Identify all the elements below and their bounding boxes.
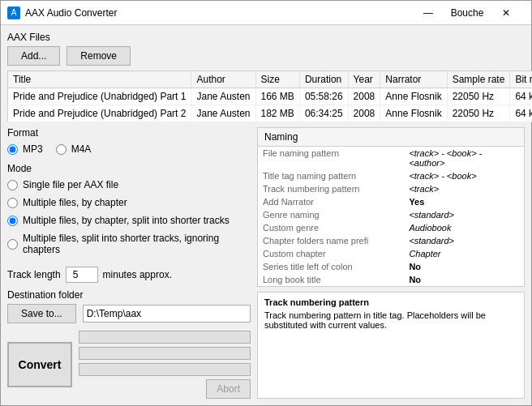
table-cell: Jane Austen: [191, 88, 255, 105]
abort-button[interactable]: Abort: [206, 379, 251, 399]
progress-bar-2: [79, 347, 251, 360]
format-m4a-radio[interactable]: [56, 144, 66, 155]
save-to-button[interactable]: Save to...: [7, 304, 76, 323]
mode-label-1: Multiple files, by chapter: [23, 197, 127, 208]
left-panel: Format MP3 M4A Mode: [7, 127, 251, 399]
naming-field-name: Series title left of colon: [258, 260, 404, 273]
naming-row: Long book titleNo: [258, 273, 524, 286]
table-cell: 05:58:26: [299, 88, 348, 105]
format-mp3-label: MP3: [23, 143, 43, 155]
table-cell: Anne Flosnik: [380, 105, 447, 122]
naming-row: Title tag naming pattern<track> - <book>: [258, 169, 524, 182]
mode-label-0: Single file per AAX file: [23, 179, 118, 190]
window-controls: — Bouche ✕: [410, 1, 525, 25]
progress-bar-3: [79, 363, 251, 376]
col-duration: Duration: [299, 71, 348, 88]
mode-split-ignore-chapters[interactable]: Multiple files, split into shorter track…: [7, 233, 251, 255]
naming-row: Custom genreAudiobook: [258, 221, 524, 234]
format-mp3-option[interactable]: MP3: [7, 143, 43, 155]
naming-field-name: Genre naming: [258, 208, 404, 221]
naming-field-name: File naming pattern: [258, 147, 404, 169]
naming-description: Track numbering pattern Track numbering …: [257, 292, 525, 399]
convert-button[interactable]: Convert: [7, 342, 72, 387]
mode-options: Single file per AAX file Multiple files,…: [7, 177, 251, 257]
aax-files-label: AAX Files: [7, 32, 525, 43]
naming-table: File naming pattern<track> - <book> - <a…: [258, 147, 524, 286]
col-narrator: Narrator: [380, 71, 447, 88]
naming-field-name: Chapter folders name prefi: [258, 234, 404, 247]
format-label: Format: [7, 127, 251, 139]
mode-section: Mode Single file per AAX file Multiple f…: [7, 163, 251, 257]
progress-bars: Abort: [79, 331, 251, 399]
mode-radio-1[interactable]: [7, 198, 18, 208]
track-length-suffix: minutes approx.: [103, 269, 172, 280]
table-cell: Anne Flosnik: [380, 88, 447, 105]
naming-field-name: Custom chapter: [258, 247, 404, 260]
window-title: AAX Audio Converter: [25, 7, 410, 19]
table-cell: 64 kb/s: [510, 88, 532, 105]
remove-button[interactable]: Remove: [66, 46, 131, 66]
mode-label-3: Multiple files, split into shorter track…: [23, 233, 251, 255]
col-title: Title: [8, 71, 191, 88]
destination-section: Destination folder Save to...: [7, 289, 251, 323]
naming-field-name: Add Narrator: [258, 195, 404, 208]
col-size: Size: [255, 71, 299, 88]
close-button[interactable]: ✕: [487, 1, 525, 25]
format-m4a-option[interactable]: M4A: [56, 143, 92, 155]
table-row[interactable]: Pride and Prejudice (Unabridged) Part 1J…: [8, 88, 533, 105]
right-panel: Naming File naming pattern<track> - <boo…: [257, 127, 525, 399]
naming-field-value: <standard>: [404, 234, 524, 247]
destination-row: Save to...: [7, 304, 251, 323]
mode-radio-2[interactable]: [7, 216, 18, 226]
mode-by-chapter-split[interactable]: Multiple files, by chapter, split into s…: [7, 215, 251, 226]
naming-desc-title: Track numbering pattern: [264, 297, 517, 307]
minimize-button[interactable]: —: [410, 1, 447, 25]
mode-radio-3[interactable]: [7, 239, 18, 250]
table-cell: Pride and Prejudice (Unabridged) Part 1: [8, 88, 191, 105]
main-window: A AAX Audio Converter — Bouche ✕ AAX Fil…: [0, 0, 532, 406]
col-year: Year: [348, 71, 380, 88]
format-mp3-radio[interactable]: [7, 144, 18, 155]
table-cell: 06:34:25: [299, 105, 348, 122]
progress-section: Convert Abort: [7, 331, 251, 399]
track-length-section: Track length minutes approx.: [7, 263, 251, 283]
table-cell: 166 MB: [255, 88, 299, 105]
naming-field-value: Yes: [404, 195, 524, 208]
track-length-row: Track length minutes approx.: [7, 267, 251, 283]
col-bit-rate: Bit rate: [510, 71, 532, 88]
table-cell: 22050 Hz: [447, 88, 510, 105]
main-content: AAX Files Add... Remove Title Author Siz…: [1, 25, 531, 405]
table-cell: 2008: [348, 88, 380, 105]
mode-label-2: Multiple files, by chapter, split into s…: [23, 215, 230, 226]
naming-field-value: No: [404, 273, 524, 286]
naming-row: Add NarratorYes: [258, 195, 524, 208]
bottom-section: Format MP3 M4A Mode: [7, 127, 525, 399]
restore-button[interactable]: Bouche: [448, 1, 486, 25]
naming-field-value: <track>: [404, 182, 524, 195]
col-author: Author: [191, 71, 255, 88]
naming-section: Naming File naming pattern<track> - <boo…: [257, 127, 525, 287]
table-row[interactable]: Pride and Prejudice (Unabridged) Part 2J…: [8, 105, 533, 122]
track-length-label: Track length: [7, 269, 61, 280]
naming-title: Naming: [258, 128, 524, 147]
naming-field-name: Track numbering pattern: [258, 182, 404, 195]
naming-field-value: No: [404, 260, 524, 273]
format-section: Format MP3 M4A: [7, 127, 251, 156]
table-cell: 64 kb/s: [510, 105, 532, 122]
mode-radio-0[interactable]: [7, 180, 18, 190]
destination-path-input[interactable]: [83, 305, 251, 323]
naming-field-name: Long book title: [258, 273, 404, 286]
naming-field-value: <track> - <book> - <author>: [404, 147, 524, 169]
table-cell: 22050 Hz: [447, 105, 510, 122]
format-m4a-label: M4A: [71, 143, 92, 155]
mode-label: Mode: [7, 163, 251, 174]
table-cell: Jane Austen: [191, 105, 255, 122]
add-button[interactable]: Add...: [7, 46, 60, 66]
naming-field-name: Title tag naming pattern: [258, 169, 404, 182]
app-icon: A: [7, 6, 20, 19]
track-length-input[interactable]: [66, 267, 98, 283]
mode-by-chapter[interactable]: Multiple files, by chapter: [7, 197, 251, 208]
mode-single-file[interactable]: Single file per AAX file: [7, 179, 251, 190]
table-cell: 2008: [348, 105, 380, 122]
table-cell: 182 MB: [255, 105, 299, 122]
